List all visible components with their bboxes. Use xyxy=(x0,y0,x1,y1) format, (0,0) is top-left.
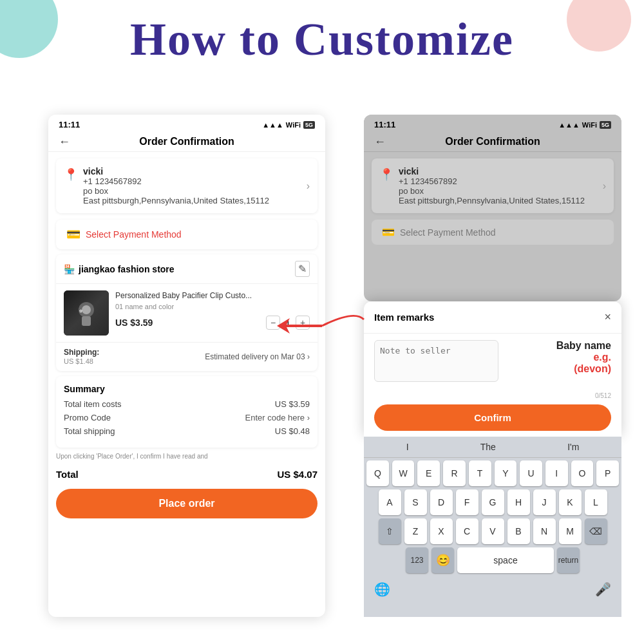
total-shipping-value: US $0.48 xyxy=(275,426,310,436)
suggestion-1[interactable]: I xyxy=(406,442,409,452)
battery-badge: 5G xyxy=(303,121,315,129)
qty-control: − 1 + xyxy=(266,316,310,330)
key-y[interactable]: Y xyxy=(495,460,517,486)
total-row: Total US $4.07 xyxy=(48,464,325,485)
delivery-arrow: › xyxy=(307,352,310,361)
fine-print: Upon clicking 'Place Order', I confirm I… xyxy=(56,453,317,460)
right-battery-badge: 5G xyxy=(600,121,611,129)
key-k[interactable]: K xyxy=(559,489,582,515)
product-variant: 01 name and color xyxy=(115,303,310,310)
key-s[interactable]: S xyxy=(404,489,427,515)
right-status-icons: ▲▲▲ WiFi 5G xyxy=(558,121,611,129)
key-m[interactable]: M xyxy=(559,518,582,544)
svg-rect-1 xyxy=(82,316,91,326)
product-details: Personalized Baby Pacifier Clip Custo...… xyxy=(115,290,310,330)
baby-name-example: e.g. (devon) xyxy=(556,352,611,375)
keyboard-panel: I The I'm Q W E R T Y U I O P A S D F G … xyxy=(364,437,621,617)
right-address-card[interactable]: 📍 vicki +1 1234567892 po box East pittsb… xyxy=(372,158,614,213)
right-phone-screenshot: 11:11 ▲▲▲ WiFi 5G ← Order Confirmation 📍… xyxy=(364,115,621,301)
note-textarea[interactable] xyxy=(374,340,498,382)
store-icon: 🏪 xyxy=(64,264,75,274)
key-e[interactable]: E xyxy=(417,460,440,486)
address-card[interactable]: 📍 vicki +1 1234567892 po box East pittsb… xyxy=(56,158,317,213)
key-v[interactable]: V xyxy=(482,518,504,544)
confirm-button[interactable]: Confirm xyxy=(374,404,611,431)
key-t[interactable]: T xyxy=(469,460,491,486)
key-r[interactable]: R xyxy=(443,460,466,486)
store-name-row: 🏪 jiangkao fashion store xyxy=(64,264,175,274)
summary-promo[interactable]: Promo Code Enter code here › xyxy=(64,413,310,422)
key-h[interactable]: H xyxy=(507,489,530,515)
key-b[interactable]: B xyxy=(507,518,530,544)
qty-increase[interactable]: + xyxy=(296,316,310,330)
key-row-2: A S D F G H J K L xyxy=(366,489,619,515)
right-back-button[interactable]: ← xyxy=(374,135,386,149)
key-row-1: Q W E R T Y U I O P xyxy=(366,460,619,486)
left-phone-screenshot: 11:11 ▲▲▲ WiFi 5G ← Order Confirmation 📍… xyxy=(48,115,325,617)
right-signal-icon: ▲▲▲ xyxy=(558,121,580,129)
key-o[interactable]: O xyxy=(571,460,594,486)
key-i[interactable]: I xyxy=(545,460,568,486)
page-title: How to Customize xyxy=(0,13,644,66)
place-order-button[interactable]: Place order xyxy=(56,489,317,518)
left-nav-bar: ← Order Confirmation xyxy=(48,132,325,152)
product-image: ✿ xyxy=(64,290,109,336)
key-g[interactable]: G xyxy=(482,489,504,515)
right-address-name: vicki xyxy=(399,166,585,176)
key-space[interactable]: space xyxy=(457,547,554,573)
shipping-cost: US $1.48 xyxy=(64,357,93,365)
key-x[interactable]: X xyxy=(430,518,453,544)
address-phone: +1 1234567892 xyxy=(83,176,269,186)
shipping-right: Estimated delivery on Mar 03 › xyxy=(205,352,310,361)
left-status-icons: ▲▲▲ WiFi 5G xyxy=(262,121,315,129)
close-button[interactable]: × xyxy=(604,310,611,324)
promo-value[interactable]: Enter code here › xyxy=(245,413,310,422)
key-j[interactable]: J xyxy=(533,489,556,515)
microphone-icon[interactable]: 🎤 xyxy=(595,582,611,597)
key-123[interactable]: 123 xyxy=(406,547,428,573)
address-city: East pittsburgh,Pennsylvania,United Stat… xyxy=(83,196,269,205)
key-row-3: ⇧ Z X C V B N M ⌫ xyxy=(366,518,619,544)
globe-icon[interactable]: 🌐 xyxy=(374,582,390,597)
right-status-bar: 11:11 ▲▲▲ WiFi 5G xyxy=(364,115,621,132)
edit-icon[interactable]: ✎ xyxy=(295,261,310,277)
location-icon: 📍 xyxy=(64,167,78,182)
keys-area: Q W E R T Y U I O P A S D F G H J K L ⇧ … xyxy=(364,458,621,579)
qty-value: 1 xyxy=(285,317,290,328)
key-q[interactable]: Q xyxy=(366,460,389,486)
key-d[interactable]: D xyxy=(430,489,453,515)
total-shipping-label: Total shipping xyxy=(64,426,115,436)
qty-decrease[interactable]: − xyxy=(266,316,280,330)
summary-shipping: Total shipping US $0.48 xyxy=(64,426,310,436)
left-time: 11:11 xyxy=(59,120,80,129)
product-row: ✿ Personalized Baby Pacifier Clip Custo.… xyxy=(56,284,317,342)
key-w[interactable]: W xyxy=(392,460,415,486)
key-z[interactable]: Z xyxy=(404,518,427,544)
address-info: vicki +1 1234567892 po box East pittsbur… xyxy=(83,166,269,205)
key-n[interactable]: N xyxy=(533,518,556,544)
back-button[interactable]: ← xyxy=(59,135,70,149)
key-a[interactable]: A xyxy=(379,489,401,515)
item-costs-value: US $3.59 xyxy=(275,399,310,409)
key-return[interactable]: return xyxy=(557,547,580,573)
right-payment-icon: 💳 xyxy=(382,226,395,238)
suggestion-2[interactable]: The xyxy=(480,442,496,452)
key-emoji[interactable]: 😊 xyxy=(431,547,454,573)
key-u[interactable]: U xyxy=(520,460,542,486)
wifi-icon: WiFi xyxy=(286,121,301,129)
address-arrow: › xyxy=(307,180,310,192)
key-c[interactable]: C xyxy=(456,518,478,544)
product-price-row: US $3.59 − 1 + xyxy=(115,316,310,330)
key-f[interactable]: F xyxy=(456,489,478,515)
right-payment-row[interactable]: 💳 Select Payment Method xyxy=(372,220,614,245)
key-shift[interactable]: ⇧ xyxy=(379,518,401,544)
store-header: 🏪 jiangkao fashion store ✎ xyxy=(56,254,317,284)
delivery-text: Estimated delivery on Mar 03 › xyxy=(205,352,310,361)
key-p[interactable]: P xyxy=(596,460,619,486)
right-address-city: East pittsburgh,Pennsylvania,United Stat… xyxy=(399,196,585,205)
key-l[interactable]: L xyxy=(585,489,607,515)
payment-row[interactable]: 💳 Select Payment Method xyxy=(56,220,317,249)
key-delete[interactable]: ⌫ xyxy=(585,518,607,544)
suggestion-3[interactable]: I'm xyxy=(567,442,579,452)
svg-point-2 xyxy=(82,305,91,314)
